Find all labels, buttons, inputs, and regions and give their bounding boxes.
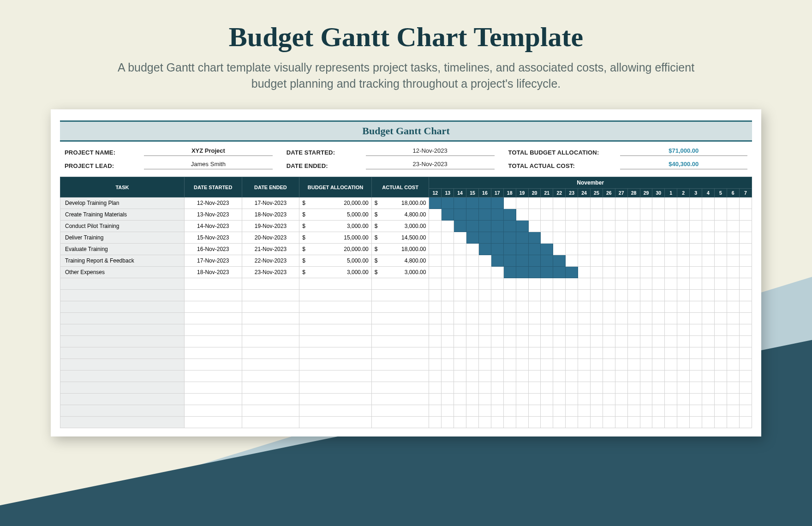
gantt-cell[interactable] xyxy=(640,244,652,255)
gantt-cell[interactable] xyxy=(541,405,553,417)
gantt-cell[interactable] xyxy=(503,371,516,382)
gantt-cell[interactable] xyxy=(702,313,715,324)
gantt-cell[interactable] xyxy=(553,359,566,371)
gantt-cell[interactable] xyxy=(727,359,739,371)
gantt-cell[interactable] xyxy=(528,267,541,278)
gantt-cell[interactable] xyxy=(690,232,702,244)
gantt-cell[interactable] xyxy=(590,405,603,417)
empty-cell[interactable] xyxy=(242,405,299,417)
empty-cell[interactable] xyxy=(371,301,429,313)
gantt-cell[interactable] xyxy=(516,382,528,394)
gantt-cell[interactable] xyxy=(627,301,640,313)
gantt-cell[interactable] xyxy=(615,324,627,336)
gantt-cell[interactable] xyxy=(627,405,640,417)
gantt-cell[interactable] xyxy=(429,278,442,290)
gantt-cell[interactable] xyxy=(528,324,541,336)
gantt-cell[interactable] xyxy=(652,209,665,221)
gantt-cell[interactable] xyxy=(677,197,690,209)
gantt-cell[interactable] xyxy=(503,417,516,428)
money-cell[interactable]: $4,800.00 xyxy=(371,209,429,221)
gantt-cell[interactable] xyxy=(454,382,466,394)
empty-cell[interactable] xyxy=(242,313,299,324)
gantt-cell[interactable] xyxy=(702,267,715,278)
gantt-cell[interactable] xyxy=(714,209,727,221)
empty-cell[interactable] xyxy=(242,336,299,347)
task-cell[interactable] xyxy=(60,405,185,417)
gantt-cell[interactable] xyxy=(541,278,553,290)
gantt-cell[interactable] xyxy=(466,255,479,267)
gantt-cell[interactable] xyxy=(603,244,615,255)
gantt-cell[interactable] xyxy=(652,290,665,301)
gantt-cell[interactable] xyxy=(566,197,578,209)
gantt-cell[interactable] xyxy=(454,197,466,209)
gantt-cell[interactable] xyxy=(491,255,503,267)
gantt-cell[interactable] xyxy=(640,290,652,301)
gantt-cell[interactable] xyxy=(491,313,503,324)
gantt-cell[interactable] xyxy=(429,267,442,278)
gantt-cell[interactable] xyxy=(714,197,727,209)
gantt-cell[interactable] xyxy=(528,278,541,290)
empty-cell[interactable] xyxy=(299,324,371,336)
empty-cell[interactable] xyxy=(184,313,242,324)
gantt-cell[interactable] xyxy=(714,324,727,336)
empty-cell[interactable] xyxy=(184,278,242,290)
gantt-cell[interactable] xyxy=(640,382,652,394)
start-date-cell[interactable]: 16-Nov-2023 xyxy=(184,244,242,255)
gantt-cell[interactable] xyxy=(590,336,603,347)
gantt-cell[interactable] xyxy=(578,417,591,428)
gantt-cell[interactable] xyxy=(541,244,553,255)
gantt-cell[interactable] xyxy=(541,301,553,313)
gantt-cell[interactable] xyxy=(702,405,715,417)
gantt-cell[interactable] xyxy=(739,371,752,382)
gantt-cell[interactable] xyxy=(714,336,727,347)
gantt-cell[interactable] xyxy=(615,290,627,301)
gantt-cell[interactable] xyxy=(714,290,727,301)
gantt-cell[interactable] xyxy=(590,278,603,290)
money-cell[interactable]: $15,000.00 xyxy=(299,232,371,244)
gantt-cell[interactable] xyxy=(553,197,566,209)
gantt-cell[interactable] xyxy=(615,267,627,278)
gantt-cell[interactable] xyxy=(714,382,727,394)
gantt-cell[interactable] xyxy=(578,301,591,313)
gantt-cell[interactable] xyxy=(516,255,528,267)
gantt-cell[interactable] xyxy=(466,371,479,382)
gantt-cell[interactable] xyxy=(478,197,491,209)
gantt-cell[interactable] xyxy=(702,324,715,336)
gantt-cell[interactable] xyxy=(640,232,652,244)
gantt-cell[interactable] xyxy=(429,255,442,267)
gantt-cell[interactable] xyxy=(466,382,479,394)
gantt-cell[interactable] xyxy=(578,255,591,267)
col-date-ended[interactable]: DATE ENDED xyxy=(242,177,299,197)
gantt-cell[interactable] xyxy=(702,209,715,221)
gantt-cell[interactable] xyxy=(627,209,640,221)
gantt-cell[interactable] xyxy=(665,336,677,347)
gantt-cell[interactable] xyxy=(615,394,627,405)
task-cell[interactable]: Create Training Materials xyxy=(60,209,185,221)
gantt-cell[interactable] xyxy=(478,347,491,359)
empty-cell[interactable] xyxy=(299,290,371,301)
gantt-cell[interactable] xyxy=(553,301,566,313)
gantt-cell[interactable] xyxy=(478,267,491,278)
gantt-cell[interactable] xyxy=(665,301,677,313)
gantt-cell[interactable] xyxy=(566,371,578,382)
gantt-cell[interactable] xyxy=(466,405,479,417)
gantt-cell[interactable] xyxy=(429,232,442,244)
start-date-cell[interactable]: 14-Nov-2023 xyxy=(184,221,242,232)
gantt-cell[interactable] xyxy=(541,382,553,394)
gantt-cell[interactable] xyxy=(442,359,454,371)
gantt-cell[interactable] xyxy=(714,278,727,290)
gantt-cell[interactable] xyxy=(516,324,528,336)
gantt-cell[interactable] xyxy=(516,405,528,417)
gantt-cell[interactable] xyxy=(466,324,479,336)
task-cell[interactable]: Training Report & Feedback xyxy=(60,255,185,267)
gantt-cell[interactable] xyxy=(615,197,627,209)
gantt-cell[interactable] xyxy=(603,221,615,232)
gantt-cell[interactable] xyxy=(478,290,491,301)
gantt-cell[interactable] xyxy=(491,232,503,244)
gantt-cell[interactable] xyxy=(690,244,702,255)
gantt-cell[interactable] xyxy=(466,347,479,359)
gantt-cell[interactable] xyxy=(714,405,727,417)
gantt-cell[interactable] xyxy=(665,324,677,336)
empty-cell[interactable] xyxy=(299,313,371,324)
gantt-cell[interactable] xyxy=(739,394,752,405)
